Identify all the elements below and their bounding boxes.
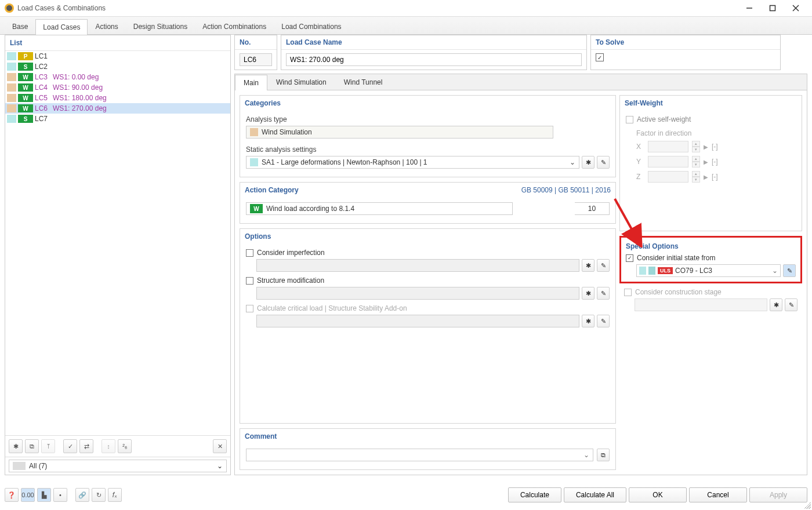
construction-stage-edit-button[interactable]: ✎ [785, 298, 798, 311]
structure-mod-new-button[interactable]: ✱ [582, 287, 594, 300]
critical-load-edit-button[interactable]: ✎ [597, 315, 610, 327]
construction-stage-dropdown [635, 298, 767, 311]
list-item-code: LC4 [35, 83, 51, 92]
imperfection-edit-button[interactable]: ✎ [597, 259, 610, 272]
static-edit-button[interactable]: ✎ [597, 156, 610, 169]
critical-load-new-button[interactable]: ✱ [582, 315, 594, 327]
sw-z-label: Z [636, 173, 644, 181]
construction-stage-checkbox [624, 289, 632, 296]
list-item-code: LC2 [35, 63, 51, 71]
critical-load-checkbox [246, 305, 253, 312]
categories-group: Categories Analysis type Wind Simulation… [240, 95, 616, 177]
tab-load-cases[interactable]: Load Cases [35, 19, 88, 35]
static-new-button[interactable]: ✱ [582, 156, 594, 169]
app-icon [5, 3, 14, 13]
action-category-field[interactable]: W Wind load according to 8.1.4 [246, 202, 513, 215]
filter-button[interactable]: ⇄ [79, 439, 93, 453]
sort-asc-button[interactable]: ↕ [102, 439, 115, 453]
window-title: Load Cases & Combinations [17, 4, 738, 12]
list-item-desc: WS1: 0.00 deg [53, 73, 99, 81]
construction-stage-new-button[interactable]: ✱ [770, 298, 782, 311]
action-category-value: Wind load according to 8.1.4 [266, 205, 354, 213]
list-filter-row: All (7) ⌄ [5, 457, 230, 475]
delete-item-button[interactable]: ✕ [213, 439, 227, 453]
close-button[interactable] [784, 0, 807, 16]
title-bar: Load Cases & Combinations [0, 0, 812, 16]
link-button[interactable]: 🔗 [75, 488, 89, 502]
color-chip-icon [7, 52, 16, 60]
subtab-wind-tunnel[interactable]: Wind Tunnel [335, 74, 392, 90]
initial-state-edit-button[interactable]: ✎ [783, 264, 796, 277]
critical-load-dropdown [256, 315, 579, 327]
list-item[interactable]: WLC4WS1: 90.00 deg [5, 82, 230, 93]
resize-grip-icon[interactable] [804, 502, 811, 509]
imperfection-new-button[interactable]: ✱ [582, 259, 594, 272]
apply-button[interactable]: Apply [749, 487, 807, 502]
list-item[interactable]: PLC1 [5, 51, 230, 61]
list-item[interactable]: SLC7 [5, 114, 230, 124]
dot-button[interactable]: • [53, 488, 67, 502]
analysis-type-value: Wind Simulation [262, 128, 312, 136]
list-item[interactable]: WLC6WS1: 270.00 deg [5, 103, 230, 114]
help-button[interactable]: ❓ [5, 488, 19, 502]
initial-state-dropdown[interactable]: ULS CO79 - LC3 ⌄ [636, 264, 781, 277]
imperfection-label: Consider imperfection [257, 249, 325, 257]
minimize-button[interactable] [738, 0, 761, 16]
insert-item-button[interactable]: ⤒ [41, 439, 55, 453]
tab-base[interactable]: Base [5, 19, 35, 34]
construction-stage-group: Consider construction stage ✱ ✎ [619, 288, 802, 316]
subtab-main[interactable]: Main [235, 75, 267, 90]
comment-dropdown[interactable]: ⌄ [246, 449, 593, 461]
check-button[interactable]: ✓ [63, 439, 77, 453]
subtab-wind-simulation[interactable]: Wind Simulation [267, 74, 335, 90]
tab-action-combinations[interactable]: Action Combinations [195, 19, 274, 34]
initial-state-checkbox[interactable]: ✓ [626, 254, 633, 262]
color-chip-icon [7, 83, 16, 92]
static-settings-value: SA1 - Large deformations | Newton-Raphso… [262, 158, 427, 166]
cancel-button[interactable]: Cancel [689, 487, 747, 502]
list-item-code: LC3 [35, 73, 51, 81]
maximize-button[interactable] [761, 0, 784, 16]
list-item[interactable]: WLC5WS1: 180.00 deg [5, 93, 230, 103]
tab-load-combinations[interactable]: Load Combinations [274, 19, 349, 34]
static-settings-dropdown[interactable]: SA1 - Large deformations | Newton-Raphso… [246, 156, 579, 169]
new-item-button[interactable]: ✱ [9, 439, 23, 453]
no-input[interactable] [240, 53, 272, 66]
list-item[interactable]: SLC2 [5, 61, 230, 72]
static-chip-icon [250, 158, 258, 166]
fx-button[interactable]: fₓ [108, 488, 122, 502]
analysis-type-dropdown[interactable]: Wind Simulation [246, 126, 553, 139]
tab-design-situations[interactable]: Design Situations [126, 19, 195, 34]
list-item[interactable]: WLC3WS1: 0.00 deg [5, 72, 230, 82]
number-button[interactable]: ²₆ [118, 439, 132, 453]
self-weight-header: Self-Weight [620, 96, 802, 111]
comment-edit-button[interactable]: ⧉ [597, 449, 610, 461]
imperfection-dropdown[interactable] [256, 259, 579, 272]
tag-chip: P [18, 52, 33, 60]
refresh-button[interactable]: ↻ [92, 488, 106, 502]
tab-actions[interactable]: Actions [88, 19, 125, 34]
structure-mod-label: Structure modification [257, 276, 324, 285]
list-item-desc: WS1: 90.00 deg [53, 83, 103, 92]
units-button[interactable]: 0.00 [21, 488, 35, 502]
to-solve-checkbox[interactable]: ✓ [596, 53, 604, 61]
initial-state-value: CO79 - LC3 [675, 267, 712, 275]
structure-mod-dropdown[interactable] [256, 287, 579, 300]
view-button[interactable]: ▙ [37, 488, 51, 502]
imperfection-checkbox[interactable] [246, 249, 253, 257]
active-self-weight-checkbox[interactable] [626, 116, 633, 123]
special-options-header: Special Options [624, 241, 798, 254]
list-filter-dropdown[interactable]: All (7) ⌄ [9, 460, 227, 472]
structure-mod-checkbox[interactable] [246, 277, 253, 285]
copy-item-button[interactable]: ⧉ [25, 439, 39, 453]
name-fieldset: Load Case Name [281, 35, 587, 70]
structure-mod-edit-button[interactable]: ✎ [597, 287, 610, 300]
chevron-down-icon: ⌄ [570, 158, 575, 166]
construction-stage-label: Consider construction stage [635, 288, 722, 296]
name-input[interactable] [286, 53, 582, 66]
calculate-button[interactable]: Calculate [508, 487, 561, 502]
calculate-all-button[interactable]: Calculate All [564, 487, 626, 502]
action-category-num: 10 [575, 202, 610, 215]
ok-button[interactable]: OK [629, 487, 687, 502]
list-item-code: LC1 [35, 52, 51, 60]
